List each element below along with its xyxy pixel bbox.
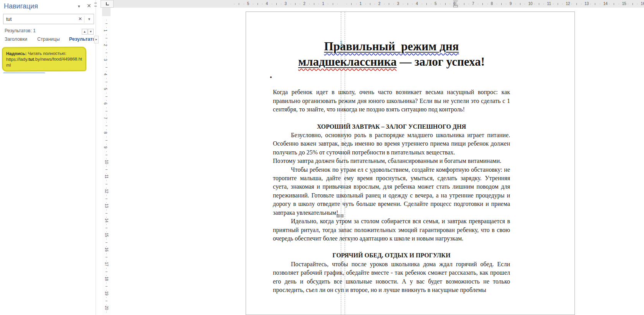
ruler-number: 15	[104, 233, 109, 237]
clear-search-icon[interactable]: ✕	[78, 16, 82, 22]
ruler-tick	[106, 151, 107, 152]
ruler-tick	[553, 4, 553, 4]
ruler-number: 8	[491, 2, 493, 6]
ruler-tick	[319, 4, 319, 4]
ruler-tick	[106, 272, 107, 272]
ruler-number: 4	[266, 2, 268, 6]
ruler-tick	[543, 4, 544, 4]
document-page[interactable]: ⚓ Правильный режим днямладшеклассника — …	[246, 12, 575, 315]
vertical-ruler[interactable]: 1234567891011121314151617181920	[102, 8, 111, 315]
ruler-number: 6	[103, 103, 107, 105]
ruler-tick	[106, 53, 107, 53]
ruler-tick	[590, 4, 591, 4]
ruler-tick	[539, 3, 539, 5]
ruler-tick	[262, 4, 263, 4]
ruler-tick	[106, 115, 107, 115]
pane-options-icon[interactable]: ▾	[78, 4, 80, 9]
ruler-tick	[314, 3, 314, 5]
ruler-tick	[309, 4, 310, 4]
section-heading[interactable]: ХОРОШИЙ ЗАВТРАК – ЗАЛОГ УСПЕШНОГО ДНЯ	[273, 123, 510, 131]
tab-headings[interactable]: Заголовки	[5, 36, 27, 42]
ruler-number: 20	[104, 306, 109, 310]
ruler-tick	[106, 67, 107, 68]
next-result-button[interactable]: ▼	[88, 29, 94, 35]
document-title[interactable]: Правильный режим днямладшеклассника — за…	[273, 39, 510, 70]
ruler-tick	[106, 82, 107, 82]
ruler-tick	[258, 3, 258, 5]
ruler-tick	[106, 246, 107, 247]
ruler-tick	[106, 129, 107, 130]
ruler-tick	[106, 312, 107, 312]
search-box[interactable]: ✕ ▼	[3, 14, 94, 24]
ruler-number: 7	[103, 117, 107, 119]
paragraph[interactable]: Постарайтесь, чтобы после уроков школьни…	[273, 260, 510, 295]
section-heading[interactable]: ГОРЯЧИЙ ОБЕД, ОТДЫХ И ПРОГУЛКИ	[273, 251, 510, 260]
ruler-number: 3	[103, 59, 107, 61]
ruler-tick	[106, 71, 107, 71]
title-line1: Правильный режим дня	[324, 40, 459, 53]
tab-stop-selector[interactable]	[101, 0, 114, 8]
ruler-tick	[445, 3, 446, 5]
paragraph[interactable]: Безусловно, основную роль в распорядке м…	[273, 131, 510, 157]
ruler-tick	[106, 35, 107, 35]
ruler-tick	[106, 27, 107, 28]
ruler-tick	[393, 4, 394, 4]
close-icon[interactable]: ✕	[87, 3, 91, 9]
horizontal-ruler[interactable]: 5432112345678910111213141516	[114, 0, 644, 8]
ruler-tick	[106, 111, 107, 111]
paragraph[interactable]: Чтобы ребенок по утрам ел с удовольствие…	[273, 166, 510, 217]
ruler-tick	[459, 4, 459, 4]
ruler-number: 9	[510, 2, 512, 6]
ruler-tick	[525, 4, 525, 4]
tab-results[interactable]: Результаты	[69, 36, 94, 42]
ruler-tick	[619, 4, 619, 4]
ruler-number: 4	[416, 2, 418, 6]
tab-overflow-arrow-icon[interactable]: ▸	[94, 36, 99, 43]
ruler-tick	[600, 4, 600, 4]
title-line2-underlined: младшеклассника	[298, 55, 397, 68]
paragraph[interactable]: Поэтому завтра должен быть питательным, …	[273, 157, 510, 165]
search-result-item[interactable]: Надпись: Читать полностью: https://lady.…	[2, 46, 86, 71]
ruler-number: 6	[453, 2, 456, 6]
ruler-tick	[347, 4, 347, 4]
document-text-column: Правильный режим днямладшеклассника — за…	[273, 39, 510, 294]
previous-result-button[interactable]: ▲	[82, 29, 88, 35]
ruler-tick	[412, 4, 413, 4]
search-divider	[84, 16, 84, 23]
ruler-tick	[337, 4, 338, 4]
result-url-match: tut	[28, 57, 34, 61]
result-selection-edge	[3, 72, 45, 75]
paragraph[interactable]: Идеально, когда утром за столом собирает…	[273, 217, 510, 243]
ruler-tick	[106, 254, 107, 254]
result-label-rest: Читать полностью:	[26, 51, 66, 56]
search-dropdown-icon[interactable]: ▼	[88, 17, 91, 21]
ruler-tick	[106, 210, 107, 210]
ruler-tick	[106, 42, 107, 42]
ruler-tick	[356, 4, 357, 4]
tab-pages[interactable]: Страницы	[37, 36, 60, 42]
title-line2-rest: — залог успеха!	[396, 55, 485, 68]
ruler-number: 2	[303, 2, 305, 6]
ruler-tick	[106, 96, 107, 97]
ruler-number: 13	[104, 204, 109, 208]
ruler-tick	[106, 188, 107, 188]
ruler-tick	[497, 4, 497, 4]
ruler-number: 8	[103, 132, 107, 134]
ruler-tick	[558, 3, 558, 5]
ruler-tick	[595, 3, 595, 5]
ruler-tick	[333, 3, 333, 5]
ruler-number: 10	[104, 160, 109, 164]
ruler-tick	[106, 213, 107, 214]
ruler-tick	[106, 56, 107, 57]
empty-bullet-item[interactable]: •	[270, 73, 510, 82]
ruler-tick	[501, 3, 502, 5]
ruler-tick	[106, 301, 107, 301]
ruler-tick	[106, 195, 107, 196]
navigation-tabs: Заголовки Страницы Результаты ▸	[0, 36, 96, 44]
paragraph[interactable]: Когда ребенок идет в школу, очень часто …	[273, 88, 510, 114]
search-input[interactable]	[6, 16, 71, 22]
ruler-tick	[106, 297, 107, 298]
ruler-number: 11	[547, 2, 551, 6]
ruler-tick	[403, 4, 403, 4]
ruler-tick	[534, 4, 535, 4]
